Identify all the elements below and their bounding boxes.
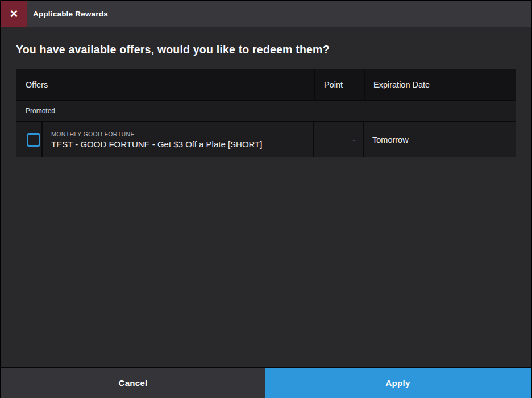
column-header-expiration-date: Expiration Date <box>364 69 516 100</box>
footer-actions: Cancel Apply <box>1 367 531 398</box>
checkbox-cell <box>16 122 43 157</box>
column-header-point: Point <box>314 69 364 100</box>
promoted-section-row: Promoted <box>16 100 516 121</box>
table-header-row: Offers Point Expiration Date <box>16 69 516 100</box>
promoted-label: Promoted <box>26 107 55 115</box>
point-cell: - <box>313 122 363 157</box>
expiration-cell: Tomorrow <box>363 122 516 157</box>
offer-cell: MONTHLY GOOD FORTUNE TEST - GOOD FORTUNE… <box>43 122 313 157</box>
offer-category: MONTHLY GOOD FORTUNE <box>51 131 313 138</box>
offer-name: TEST - GOOD FORTUNE - Get $3 Off a Plate… <box>51 139 313 149</box>
table-row[interactable]: MONTHLY GOOD FORTUNE TEST - GOOD FORTUNE… <box>16 121 516 157</box>
column-header-offers: Offers <box>16 69 314 100</box>
close-button[interactable]: ✕ <box>1 1 27 27</box>
offer-checkbox[interactable] <box>27 133 40 147</box>
dialog-title: Applicable Rewards <box>33 10 108 18</box>
cancel-button[interactable]: Cancel <box>1 368 265 398</box>
offers-table: Offers Point Expiration Date Promoted MO… <box>16 69 516 157</box>
applicable-rewards-dialog: ✕ Applicable Rewards You have available … <box>1 1 531 398</box>
apply-button[interactable]: Apply <box>265 368 531 398</box>
topbar: ✕ Applicable Rewards <box>1 1 531 27</box>
page-heading: You have available offers, would you lik… <box>16 43 516 56</box>
close-icon: ✕ <box>10 9 19 19</box>
